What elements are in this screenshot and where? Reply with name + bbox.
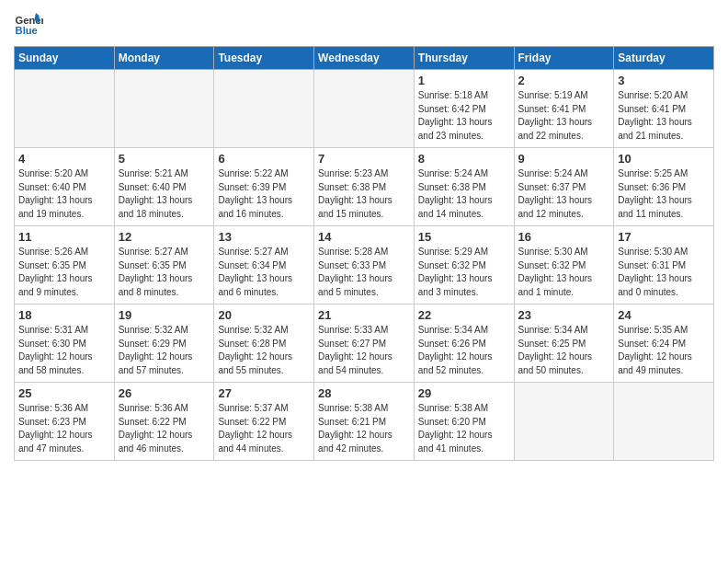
day-number: 8 [418, 152, 510, 166]
calendar-cell: 18Sunrise: 5:31 AM Sunset: 6:30 PM Dayli… [15, 304, 115, 383]
calendar-cell: 16Sunrise: 5:30 AM Sunset: 6:32 PM Dayli… [514, 226, 614, 304]
calendar-cell: 7Sunrise: 5:23 AM Sunset: 6:38 PM Daylig… [314, 148, 415, 226]
day-detail: Sunrise: 5:25 AM Sunset: 6:36 PM Dayligh… [618, 167, 710, 221]
calendar-cell: 23Sunrise: 5:34 AM Sunset: 6:25 PM Dayli… [514, 304, 614, 383]
day-detail: Sunrise: 5:19 AM Sunset: 6:41 PM Dayligh… [518, 89, 610, 143]
calendar-cell: 29Sunrise: 5:38 AM Sunset: 6:20 PM Dayli… [414, 383, 514, 461]
calendar-cell: 22Sunrise: 5:34 AM Sunset: 6:26 PM Dayli… [414, 304, 514, 383]
day-detail: Sunrise: 5:36 AM Sunset: 6:23 PM Dayligh… [18, 402, 110, 455]
calendar-day-header: Monday [114, 47, 214, 70]
day-detail: Sunrise: 5:22 AM Sunset: 6:39 PM Dayligh… [218, 167, 310, 221]
calendar-cell: 24Sunrise: 5:35 AM Sunset: 6:24 PM Dayli… [614, 304, 714, 383]
day-number: 6 [218, 152, 310, 166]
day-detail: Sunrise: 5:34 AM Sunset: 6:25 PM Dayligh… [518, 324, 610, 377]
day-number: 29 [418, 386, 510, 400]
day-detail: Sunrise: 5:30 AM Sunset: 6:31 PM Dayligh… [618, 246, 710, 299]
day-number: 21 [318, 308, 410, 322]
day-number: 17 [618, 230, 710, 244]
day-detail: Sunrise: 5:38 AM Sunset: 6:21 PM Dayligh… [318, 402, 410, 455]
day-detail: Sunrise: 5:27 AM Sunset: 6:35 PM Dayligh… [119, 246, 210, 299]
day-number: 4 [18, 152, 110, 166]
calendar-cell: 10Sunrise: 5:25 AM Sunset: 6:36 PM Dayli… [614, 148, 714, 226]
day-detail: Sunrise: 5:26 AM Sunset: 6:35 PM Dayligh… [18, 246, 110, 299]
day-number: 2 [518, 74, 610, 87]
calendar-cell [514, 383, 614, 461]
calendar-week-row: 1Sunrise: 5:18 AM Sunset: 6:42 PM Daylig… [15, 70, 714, 148]
calendar-cell: 27Sunrise: 5:37 AM Sunset: 6:22 PM Dayli… [214, 383, 314, 461]
svg-text:Blue: Blue [16, 25, 38, 36]
calendar-week-row: 18Sunrise: 5:31 AM Sunset: 6:30 PM Dayli… [15, 304, 714, 383]
day-detail: Sunrise: 5:37 AM Sunset: 6:22 PM Dayligh… [218, 402, 310, 455]
day-number: 10 [618, 152, 710, 166]
day-number: 26 [119, 386, 210, 400]
calendar-cell: 14Sunrise: 5:28 AM Sunset: 6:33 PM Dayli… [314, 226, 415, 304]
calendar-cell: 2Sunrise: 5:19 AM Sunset: 6:41 PM Daylig… [514, 70, 614, 148]
day-number: 5 [119, 152, 210, 166]
day-detail: Sunrise: 5:36 AM Sunset: 6:22 PM Dayligh… [119, 402, 210, 455]
logo-icon: General Blue [14, 9, 43, 39]
day-number: 24 [618, 308, 710, 322]
calendar-day-header: Tuesday [214, 47, 314, 70]
calendar-day-header: Saturday [614, 47, 714, 70]
page-header: General Blue [14, 9, 714, 39]
calendar-day-header: Wednesday [314, 47, 415, 70]
calendar-cell [214, 70, 314, 148]
day-detail: Sunrise: 5:31 AM Sunset: 6:30 PM Dayligh… [18, 324, 110, 377]
calendar-cell: 28Sunrise: 5:38 AM Sunset: 6:21 PM Dayli… [314, 383, 415, 461]
calendar-cell: 9Sunrise: 5:24 AM Sunset: 6:37 PM Daylig… [514, 148, 614, 226]
calendar-cell: 3Sunrise: 5:20 AM Sunset: 6:41 PM Daylig… [614, 70, 714, 148]
day-detail: Sunrise: 5:28 AM Sunset: 6:33 PM Dayligh… [318, 246, 410, 299]
day-number: 23 [518, 308, 610, 322]
day-detail: Sunrise: 5:32 AM Sunset: 6:28 PM Dayligh… [218, 324, 310, 377]
calendar-cell: 4Sunrise: 5:20 AM Sunset: 6:40 PM Daylig… [15, 148, 115, 226]
day-number: 1 [418, 74, 510, 87]
day-number: 14 [318, 230, 410, 244]
day-detail: Sunrise: 5:29 AM Sunset: 6:32 PM Dayligh… [418, 246, 510, 299]
day-detail: Sunrise: 5:21 AM Sunset: 6:40 PM Dayligh… [119, 167, 210, 221]
calendar-header-row: SundayMondayTuesdayWednesdayThursdayFrid… [15, 47, 714, 70]
calendar-cell: 11Sunrise: 5:26 AM Sunset: 6:35 PM Dayli… [15, 226, 115, 304]
day-number: 22 [418, 308, 510, 322]
day-number: 7 [318, 152, 410, 166]
day-detail: Sunrise: 5:18 AM Sunset: 6:42 PM Dayligh… [418, 89, 510, 143]
day-detail: Sunrise: 5:34 AM Sunset: 6:26 PM Dayligh… [418, 324, 510, 377]
calendar-cell: 8Sunrise: 5:24 AM Sunset: 6:38 PM Daylig… [414, 148, 514, 226]
day-number: 15 [418, 230, 510, 244]
calendar-cell: 5Sunrise: 5:21 AM Sunset: 6:40 PM Daylig… [114, 148, 214, 226]
day-number: 20 [218, 308, 310, 322]
calendar-cell: 21Sunrise: 5:33 AM Sunset: 6:27 PM Dayli… [314, 304, 415, 383]
calendar-body: 1Sunrise: 5:18 AM Sunset: 6:42 PM Daylig… [15, 70, 714, 461]
day-detail: Sunrise: 5:32 AM Sunset: 6:29 PM Dayligh… [119, 324, 210, 377]
day-detail: Sunrise: 5:24 AM Sunset: 6:38 PM Dayligh… [418, 167, 510, 221]
calendar-cell: 15Sunrise: 5:29 AM Sunset: 6:32 PM Dayli… [414, 226, 514, 304]
calendar-day-header: Thursday [414, 47, 514, 70]
calendar-table: SundayMondayTuesdayWednesdayThursdayFrid… [14, 46, 714, 461]
calendar-day-header: Friday [514, 47, 614, 70]
day-number: 16 [518, 230, 610, 244]
day-number: 27 [218, 386, 310, 400]
calendar-cell: 26Sunrise: 5:36 AM Sunset: 6:22 PM Dayli… [114, 383, 214, 461]
calendar-cell [15, 70, 115, 148]
day-number: 3 [618, 74, 710, 87]
calendar-week-row: 25Sunrise: 5:36 AM Sunset: 6:23 PM Dayli… [15, 383, 714, 461]
day-detail: Sunrise: 5:20 AM Sunset: 6:40 PM Dayligh… [18, 167, 110, 221]
calendar-cell: 6Sunrise: 5:22 AM Sunset: 6:39 PM Daylig… [214, 148, 314, 226]
day-detail: Sunrise: 5:38 AM Sunset: 6:20 PM Dayligh… [418, 402, 510, 455]
day-detail: Sunrise: 5:27 AM Sunset: 6:34 PM Dayligh… [218, 246, 310, 299]
day-number: 13 [218, 230, 310, 244]
calendar-cell [614, 383, 714, 461]
calendar-cell: 13Sunrise: 5:27 AM Sunset: 6:34 PM Dayli… [214, 226, 314, 304]
day-number: 28 [318, 386, 410, 400]
day-number: 18 [18, 308, 110, 322]
calendar-cell: 19Sunrise: 5:32 AM Sunset: 6:29 PM Dayli… [114, 304, 214, 383]
day-detail: Sunrise: 5:20 AM Sunset: 6:41 PM Dayligh… [618, 89, 710, 143]
day-detail: Sunrise: 5:30 AM Sunset: 6:32 PM Dayligh… [518, 246, 610, 299]
calendar-week-row: 11Sunrise: 5:26 AM Sunset: 6:35 PM Dayli… [15, 226, 714, 304]
logo: General Blue [14, 9, 47, 39]
calendar-cell: 17Sunrise: 5:30 AM Sunset: 6:31 PM Dayli… [614, 226, 714, 304]
calendar-day-header: Sunday [15, 47, 115, 70]
calendar-cell: 20Sunrise: 5:32 AM Sunset: 6:28 PM Dayli… [214, 304, 314, 383]
day-number: 9 [518, 152, 610, 166]
day-detail: Sunrise: 5:24 AM Sunset: 6:37 PM Dayligh… [518, 167, 610, 221]
day-detail: Sunrise: 5:23 AM Sunset: 6:38 PM Dayligh… [318, 167, 410, 221]
